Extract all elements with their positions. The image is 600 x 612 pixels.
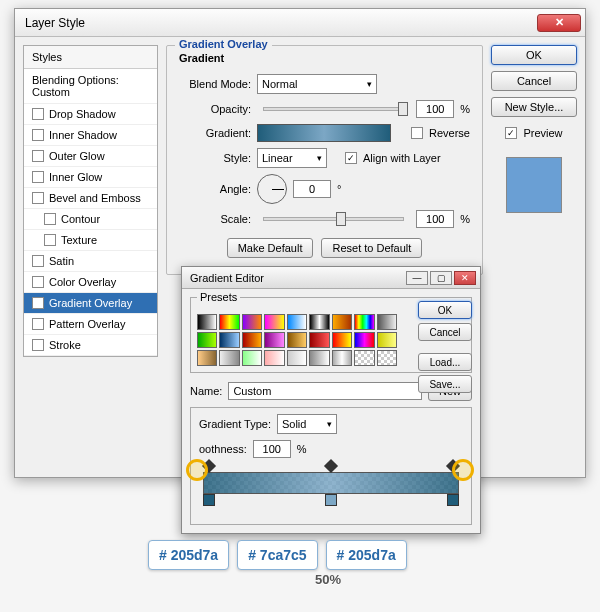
- style-item-texture[interactable]: Texture: [24, 230, 157, 251]
- name-input[interactable]: Custom: [228, 382, 422, 400]
- preview-checkbox[interactable]: ✓: [505, 127, 517, 139]
- style-checkbox[interactable]: [32, 318, 44, 330]
- preset-swatch[interactable]: [242, 332, 262, 348]
- style-item-inner-glow[interactable]: Inner Glow: [24, 167, 157, 188]
- preset-swatch[interactable]: [242, 350, 262, 366]
- style-label: Pattern Overlay: [49, 318, 125, 330]
- style-item-bevel-and-emboss[interactable]: Bevel and Emboss: [24, 188, 157, 209]
- style-checkbox[interactable]: [32, 255, 44, 267]
- opacity-stop-mid[interactable]: [324, 459, 338, 473]
- preset-swatch[interactable]: [197, 314, 217, 330]
- style-label: Bevel and Emboss: [49, 192, 141, 204]
- style-label: Gradient Overlay: [49, 297, 132, 309]
- style-item-outer-glow[interactable]: Outer Glow: [24, 146, 157, 167]
- style-checkbox[interactable]: [32, 171, 44, 183]
- preset-swatch[interactable]: [332, 332, 352, 348]
- close-button[interactable]: ✕: [537, 14, 581, 32]
- align-checkbox[interactable]: ✓: [345, 152, 357, 164]
- preset-swatch[interactable]: [309, 314, 329, 330]
- preset-swatch[interactable]: [197, 332, 217, 348]
- preset-swatch[interactable]: [287, 350, 307, 366]
- style-item-contour[interactable]: Contour: [24, 209, 157, 230]
- angle-unit: °: [337, 183, 341, 195]
- chip-color-3: # 205d7a: [326, 540, 407, 570]
- ge-ok-button[interactable]: OK: [418, 301, 472, 319]
- preset-swatch[interactable]: [332, 350, 352, 366]
- style-checkbox[interactable]: [32, 276, 44, 288]
- preset-swatch[interactable]: [264, 314, 284, 330]
- make-default-button[interactable]: Make Default: [227, 238, 314, 258]
- style-item-stroke[interactable]: Stroke: [24, 335, 157, 356]
- style-item-inner-shadow[interactable]: Inner Shadow: [24, 125, 157, 146]
- style-checkbox[interactable]: [32, 108, 44, 120]
- style-checkbox[interactable]: [44, 213, 56, 225]
- group-subtitle: Gradient: [179, 52, 224, 64]
- ge-title: Gradient Editor: [190, 272, 264, 284]
- ge-load-button[interactable]: Load...: [418, 353, 472, 371]
- blend-mode-select[interactable]: Normal: [257, 74, 377, 94]
- preset-swatch[interactable]: [197, 350, 217, 366]
- style-item-satin[interactable]: Satin: [24, 251, 157, 272]
- color-stop-left[interactable]: [203, 494, 215, 506]
- right-column: OK Cancel New Style... ✓ Preview: [491, 45, 577, 357]
- style-checkbox[interactable]: [32, 129, 44, 141]
- preset-swatch[interactable]: [309, 332, 329, 348]
- angle-dial[interactable]: [257, 174, 287, 204]
- style-item-color-overlay[interactable]: Color Overlay: [24, 272, 157, 293]
- color-stop-right[interactable]: [447, 494, 459, 506]
- cancel-button[interactable]: Cancel: [491, 71, 577, 91]
- gtype-select[interactable]: Solid: [277, 414, 337, 434]
- style-checkbox[interactable]: [32, 339, 44, 351]
- opacity-slider[interactable]: [263, 107, 404, 111]
- style-checkbox[interactable]: [44, 234, 56, 246]
- ge-cancel-button[interactable]: Cancel: [418, 323, 472, 341]
- preset-swatch[interactable]: [377, 350, 397, 366]
- ge-titlebar: Gradient Editor — ▢ ✕: [182, 267, 480, 289]
- preset-swatch[interactable]: [377, 332, 397, 348]
- preset-swatch[interactable]: [287, 332, 307, 348]
- preset-swatch[interactable]: [242, 314, 262, 330]
- blend-mode-label: Blend Mode:: [179, 78, 251, 90]
- reset-default-button[interactable]: Reset to Default: [321, 238, 422, 258]
- minimize-button[interactable]: —: [406, 271, 428, 285]
- preset-swatch[interactable]: [332, 314, 352, 330]
- preset-swatch[interactable]: [219, 332, 239, 348]
- preset-swatch[interactable]: [287, 314, 307, 330]
- preset-swatch[interactable]: [377, 314, 397, 330]
- style-checkbox[interactable]: [32, 192, 44, 204]
- ge-save-button[interactable]: Save...: [418, 375, 472, 393]
- style-item-drop-shadow[interactable]: Drop Shadow: [24, 104, 157, 125]
- gradient-editor-bar[interactable]: [203, 472, 459, 494]
- style-checkbox[interactable]: [32, 150, 44, 162]
- scale-slider[interactable]: [263, 217, 404, 221]
- maximize-button[interactable]: ▢: [430, 271, 452, 285]
- preset-swatch[interactable]: [354, 332, 374, 348]
- preset-swatch[interactable]: [264, 350, 284, 366]
- titlebar: Layer Style ✕: [15, 9, 585, 37]
- preset-swatch[interactable]: [264, 332, 284, 348]
- styles-header[interactable]: Styles: [24, 46, 157, 69]
- preset-swatch[interactable]: [219, 350, 239, 366]
- angle-value[interactable]: 0: [293, 180, 331, 198]
- style-checkbox[interactable]: ✓: [32, 297, 44, 309]
- style-select[interactable]: Linear: [257, 148, 327, 168]
- new-style-button[interactable]: New Style...: [491, 97, 577, 117]
- opacity-value[interactable]: 100: [416, 100, 454, 118]
- preset-swatch[interactable]: [219, 314, 239, 330]
- smoothness-value[interactable]: 100: [253, 440, 291, 458]
- preset-swatch[interactable]: [354, 314, 374, 330]
- style-item-pattern-overlay[interactable]: Pattern Overlay: [24, 314, 157, 335]
- preset-swatch[interactable]: [354, 350, 374, 366]
- ge-close-button[interactable]: ✕: [454, 271, 476, 285]
- ge-side-buttons: OK Cancel Load... Save...: [418, 301, 472, 393]
- preset-swatch[interactable]: [309, 350, 329, 366]
- reverse-checkbox[interactable]: [411, 127, 423, 139]
- color-stop-mid[interactable]: [325, 494, 337, 506]
- style-label: Drop Shadow: [49, 108, 116, 120]
- gradient-picker[interactable]: [257, 124, 391, 142]
- scale-value[interactable]: 100: [416, 210, 454, 228]
- ok-button[interactable]: OK: [491, 45, 577, 65]
- style-item-gradient-overlay[interactable]: ✓Gradient Overlay: [24, 293, 157, 314]
- blending-options[interactable]: Blending Options: Custom: [24, 69, 157, 104]
- angle-label: Angle:: [179, 183, 251, 195]
